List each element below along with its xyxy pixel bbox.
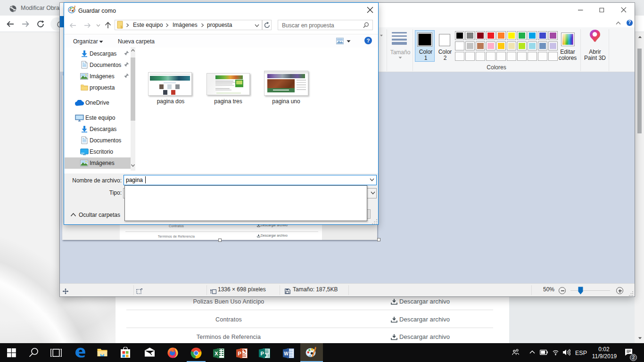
svg-text:W: W [284,351,289,356]
svg-text:P: P [260,351,264,356]
svg-text:P: P [238,351,241,356]
svg-text:X: X [215,351,218,356]
